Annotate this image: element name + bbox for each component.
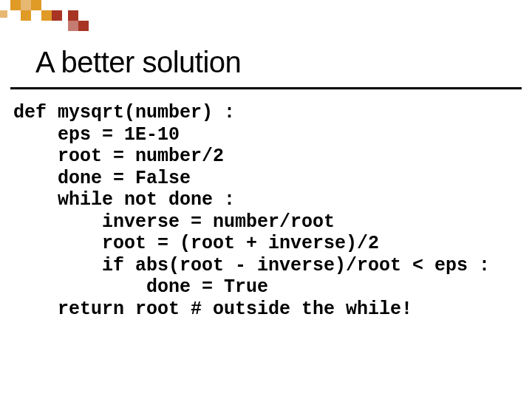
deco-square	[41, 10, 52, 21]
title-underline	[10, 87, 522, 89]
code-line: done = True	[13, 276, 268, 298]
deco-square	[31, 0, 41, 10]
code-line: done = False	[13, 168, 191, 189]
deco-square	[10, 0, 21, 10]
code-line: while not done :	[13, 189, 235, 211]
slide-title: A better solution	[35, 46, 241, 79]
code-line: if abs(root - inverse)/root < eps :	[13, 255, 490, 276]
code-line: root = (root + inverse)/2	[13, 233, 379, 254]
code-line: return root # outside the while!	[13, 299, 412, 320]
code-line: root = number/2	[13, 146, 224, 167]
deco-square	[68, 21, 78, 31]
deco-square	[0, 10, 7, 18]
deco-square	[21, 10, 31, 21]
deco-square	[21, 0, 31, 10]
deco-square	[78, 21, 89, 31]
code-line: inverse = number/root	[13, 211, 335, 233]
code-line: def mysqrt(number) :	[13, 102, 235, 123]
deco-square	[68, 10, 78, 21]
code-block: def mysqrt(number) : eps = 1E-10 root = …	[13, 102, 490, 320]
code-line: eps = 1E-10	[13, 124, 180, 146]
deco-square	[52, 10, 62, 21]
